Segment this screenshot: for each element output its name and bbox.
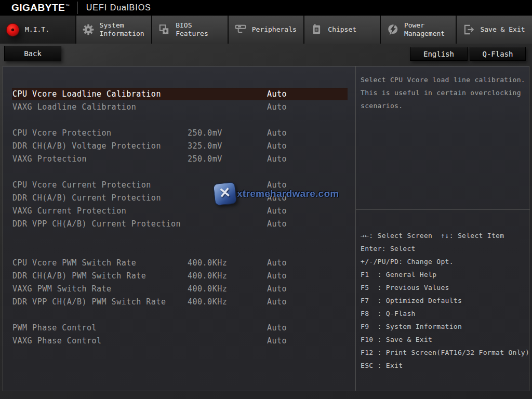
legend-line: F7 : Optimized Defaults <box>361 294 530 307</box>
legend-line: F8 : Q-Flash <box>361 307 530 320</box>
tab-label: M.I.T. <box>25 25 49 34</box>
tab-label-line: Power <box>404 21 445 30</box>
help-text-line: scenarios. <box>361 99 527 112</box>
topbar-divider <box>77 2 78 14</box>
setting-row[interactable]: VAXG PWM Switch Rate400.0KHzAuto <box>3 283 355 296</box>
tab-power-management[interactable]: PowerManagement <box>381 16 456 44</box>
setting-label: VAXG PWM Switch Rate <box>12 284 112 294</box>
setting-label: VAXG Phase Control <box>12 336 102 345</box>
setting-label: VAXG Loadline Calibration <box>12 102 136 112</box>
setting-label: CPU Vcore Current Protection <box>12 180 151 190</box>
setting-label: VAXG Protection <box>12 154 87 164</box>
setting-option-value: Auto <box>267 128 287 138</box>
peripherals-icon <box>234 23 247 36</box>
setting-row[interactable]: CPU Vcore PWM Switch Rate400.0KHzAuto <box>3 257 355 270</box>
tab-label: Chipset <box>328 25 356 34</box>
setting-row[interactable]: CPU Vcore Protection250.0mVAuto <box>3 127 355 140</box>
setting-label: DDR CH(A/B) PWM Switch Rate <box>12 271 146 281</box>
help-text-line: This is useful in certain overclocking <box>361 86 527 99</box>
setting-label: CPU Vcore PWM Switch Rate <box>12 258 136 268</box>
setting-row[interactable]: PWM Phase ControlAuto <box>3 322 355 335</box>
setting-row[interactable]: DDR VPP CH(A/B) Current ProtectionAuto <box>3 218 355 231</box>
setting-row[interactable]: VAXG Loadline CalibrationAuto <box>3 101 355 114</box>
tab-label-line: Management <box>404 30 445 38</box>
setting-label: DDR VPP CH(A/B) Current Protection <box>12 219 181 229</box>
setting-option-value: Auto <box>267 206 287 216</box>
tab-mit[interactable]: M.I.T. <box>0 16 75 44</box>
tab-save-exit[interactable]: Save & Exit <box>457 16 532 44</box>
setting-label: DDR VPP CH(A/B) PWM Switch Rate <box>12 297 166 307</box>
row-spacer <box>3 166 355 179</box>
row-spacer <box>3 244 355 257</box>
watermark: ✕ xtremehardware.com <box>214 183 339 205</box>
setting-label: DDR CH(A/B) Voltage Protection <box>12 141 161 151</box>
trademark-symbol: ™ <box>65 4 70 8</box>
right-panel: Select CPU Vcore load line calibration.T… <box>355 66 530 391</box>
setting-label: PWM Phase Control <box>12 323 97 332</box>
tab-label-line: Peripherals <box>252 25 297 34</box>
row-spacer <box>3 309 355 322</box>
tab-label-line: Information <box>100 30 144 38</box>
tab-label-line: Save & Exit <box>480 25 525 34</box>
legend-line: Enter: Select <box>361 242 530 255</box>
legend-line: F1 : General Help <box>361 268 530 281</box>
setting-option-value: Auto <box>267 154 287 164</box>
setting-measured-value: 400.0KHz <box>188 284 227 294</box>
tab-label: Peripherals <box>252 25 297 34</box>
tab-peripherals[interactable]: Peripherals <box>229 16 304 44</box>
setting-option-value: Auto <box>267 284 287 294</box>
tab-label-line: M.I.T. <box>25 25 49 34</box>
setting-option-value: Auto <box>267 323 287 332</box>
mit-red-dot-icon <box>6 23 20 37</box>
setting-row[interactable]: CPU Vcore Loadline CalibrationAuto <box>3 88 355 101</box>
bios-screen: GIGABYTE™ UEFI DualBIOS M.I.T.SystemInfo… <box>0 0 532 399</box>
setting-option-value: Auto <box>267 258 287 268</box>
tab-label: PowerManagement <box>404 21 445 38</box>
row-spacer <box>3 231 355 244</box>
setting-row[interactable]: DDR CH(A/B) Voltage Protection325.0mVAut… <box>3 140 355 153</box>
setting-option-value: Auto <box>267 271 287 281</box>
back-button[interactable]: Back <box>4 46 61 61</box>
watermark-text: xtremehardware.com <box>237 188 339 200</box>
setting-row[interactable]: VAXG Protection250.0mVAuto <box>3 153 355 166</box>
tab-system-information[interactable]: SystemInformation <box>76 16 152 44</box>
setting-option-value: Auto <box>267 102 287 112</box>
legend-line: F10 : Save & Exit <box>361 333 530 346</box>
settings-list: CPU Vcore Loadline CalibrationAutoVAXG L… <box>3 66 355 391</box>
language-button[interactable]: English <box>410 47 468 61</box>
setting-option-value: Auto <box>267 89 287 99</box>
tab-chipset[interactable]: Chipset <box>304 16 380 44</box>
tab-label: BIOSFeatures <box>176 21 208 38</box>
tab-label-line: Features <box>176 30 208 38</box>
legend-line: +/-/PU/PD: Change Opt. <box>361 255 530 268</box>
tab-label: SystemInformation <box>100 21 144 38</box>
setting-option-value: Auto <box>267 297 287 307</box>
tab-bios-features[interactable]: BIOSFeatures <box>152 16 228 44</box>
tab-label-line: System <box>100 21 144 30</box>
setting-row[interactable]: DDR CH(A/B) PWM Switch Rate400.0KHzAuto <box>3 270 355 283</box>
help-text-line: Select CPU Vcore load line calibration. <box>361 73 527 86</box>
key-legend-panel: →←: Select Screen ↑↓: Select ItemEnter: … <box>356 210 530 391</box>
bios-features-icon <box>158 23 170 36</box>
setting-row[interactable]: VAXG Phase ControlAuto <box>3 335 355 348</box>
gear-icon <box>82 23 95 36</box>
tab-label-line: BIOS <box>176 21 208 30</box>
setting-label: VAXG Current Protection <box>12 206 126 216</box>
setting-row[interactable]: VAXG Current ProtectionAuto <box>3 205 355 218</box>
setting-measured-value: 400.0KHz <box>188 297 227 307</box>
power-icon <box>387 23 399 36</box>
setting-option-value: Auto <box>267 336 287 345</box>
legend-line: ESC : Exit <box>361 359 530 372</box>
setting-measured-value: 250.0mV <box>188 128 222 138</box>
gigabyte-logo: GIGABYTE™ <box>11 2 70 14</box>
setting-label: CPU Vcore Protection <box>12 128 112 138</box>
row-spacer <box>3 114 355 127</box>
firmware-title: UEFI DualBIOS <box>86 3 151 12</box>
setting-measured-value: 400.0KHz <box>188 271 227 281</box>
top-bar: GIGABYTE™ UEFI DualBIOS <box>0 0 532 16</box>
setting-measured-value: 400.0KHz <box>188 258 227 268</box>
setting-row[interactable]: DDR VPP CH(A/B) PWM Switch Rate400.0KHzA… <box>3 296 355 309</box>
setting-option-value: Auto <box>267 219 287 229</box>
legend-line: F12 : Print Screen(FAT16/32 Format Only) <box>361 346 530 359</box>
qflash-button[interactable]: Q-Flash <box>470 47 526 61</box>
